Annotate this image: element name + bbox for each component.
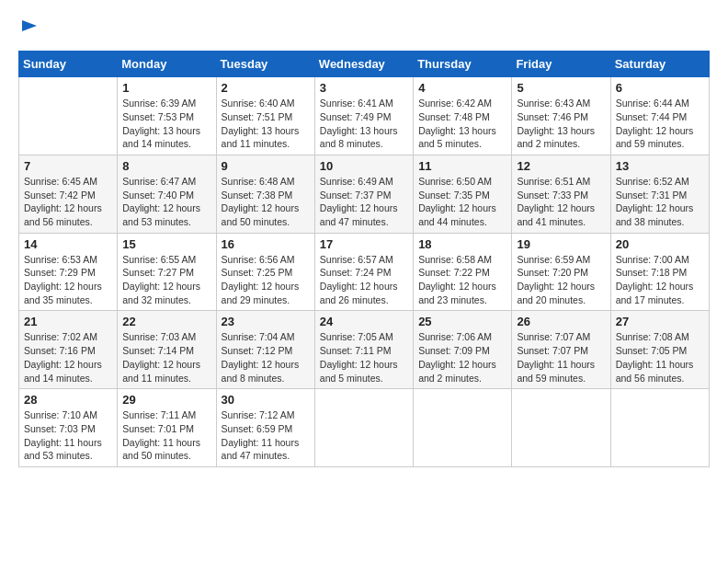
- day-number: 26: [517, 315, 605, 328]
- sunset-text: Sunset: 7:12 PM: [222, 345, 293, 356]
- day-number: 22: [122, 315, 210, 328]
- day-number: 17: [320, 237, 408, 251]
- day-number: 30: [222, 393, 310, 407]
- sunset-text: Sunset: 6:59 PM: [222, 423, 293, 434]
- calendar-cell: 13 Sunrise: 6:52 AM Sunset: 7:31 PM Dayl…: [610, 155, 709, 233]
- sunset-text: Sunset: 7:38 PM: [222, 190, 293, 201]
- calendar-cell: 21 Sunrise: 7:02 AM Sunset: 7:16 PM Dayl…: [19, 311, 118, 389]
- sunrise-text: Sunrise: 6:58 AM: [418, 254, 492, 265]
- day-info: Sunrise: 6:59 AM Sunset: 7:20 PM Dayligh…: [517, 253, 605, 307]
- day-info: Sunrise: 7:04 AM Sunset: 7:12 PM Dayligh…: [222, 330, 310, 385]
- day-number: 9: [222, 159, 310, 173]
- daylight-text: Daylight: 12 hours and 11 minutes.: [122, 359, 200, 384]
- sunset-text: Sunset: 7:25 PM: [222, 267, 293, 278]
- sunset-text: Sunset: 7:51 PM: [222, 111, 293, 122]
- day-number: 13: [616, 159, 704, 173]
- day-info: Sunrise: 6:44 AM Sunset: 7:44 PM Dayligh…: [616, 97, 704, 151]
- day-info: Sunrise: 6:56 AM Sunset: 7:25 PM Dayligh…: [222, 253, 310, 307]
- sunset-text: Sunset: 7:29 PM: [24, 267, 96, 278]
- daylight-text: Daylight: 12 hours and 50 minutes.: [222, 202, 300, 227]
- day-info: Sunrise: 6:43 AM Sunset: 7:46 PM Dayligh…: [517, 97, 605, 151]
- sunrise-text: Sunrise: 6:57 AM: [320, 254, 393, 265]
- sunrise-text: Sunrise: 7:00 AM: [616, 254, 689, 265]
- sunset-text: Sunset: 7:09 PM: [418, 345, 490, 356]
- sunrise-text: Sunrise: 6:41 AM: [320, 98, 393, 109]
- sunset-text: Sunset: 7:35 PM: [418, 190, 490, 201]
- day-info: Sunrise: 6:45 AM Sunset: 7:42 PM Dayligh…: [24, 175, 112, 229]
- page-header: [18, 18, 710, 41]
- weekday-header-friday: Friday: [512, 52, 610, 77]
- day-number: 12: [517, 159, 605, 173]
- calendar-cell: 17 Sunrise: 6:57 AM Sunset: 7:24 PM Dayl…: [314, 233, 413, 311]
- logo-flag-icon: [20, 18, 39, 37]
- daylight-text: Daylight: 12 hours and 5 minutes.: [320, 359, 398, 384]
- daylight-text: Daylight: 11 hours and 56 minutes.: [616, 359, 694, 384]
- calendar-cell: 3 Sunrise: 6:41 AM Sunset: 7:49 PM Dayli…: [314, 77, 413, 155]
- weekday-header-tuesday: Tuesday: [216, 52, 314, 77]
- sunrise-text: Sunrise: 7:11 AM: [122, 409, 196, 420]
- daylight-text: Daylight: 12 hours and 2 minutes.: [418, 359, 496, 384]
- calendar-cell: 23 Sunrise: 7:04 AM Sunset: 7:12 PM Dayl…: [216, 311, 314, 389]
- sunset-text: Sunset: 7:20 PM: [517, 267, 588, 278]
- day-number: 1: [122, 81, 210, 95]
- day-info: Sunrise: 7:02 AM Sunset: 7:16 PM Dayligh…: [24, 330, 112, 385]
- daylight-text: Daylight: 11 hours and 47 minutes.: [222, 437, 300, 462]
- calendar-week-2: 7 Sunrise: 6:45 AM Sunset: 7:42 PM Dayli…: [19, 155, 710, 233]
- sunrise-text: Sunrise: 6:50 AM: [418, 176, 492, 187]
- daylight-text: Daylight: 12 hours and 35 minutes.: [24, 281, 102, 305]
- sunset-text: Sunset: 7:49 PM: [320, 111, 392, 122]
- day-info: Sunrise: 6:42 AM Sunset: 7:48 PM Dayligh…: [418, 97, 506, 151]
- calendar-cell: 16 Sunrise: 6:56 AM Sunset: 7:25 PM Dayl…: [216, 233, 314, 311]
- day-number: 20: [616, 237, 704, 251]
- day-info: Sunrise: 7:08 AM Sunset: 7:05 PM Dayligh…: [616, 330, 704, 385]
- day-number: 2: [222, 81, 310, 95]
- sunset-text: Sunset: 7:46 PM: [517, 111, 588, 122]
- daylight-text: Daylight: 12 hours and 17 minutes.: [616, 281, 694, 305]
- sunrise-text: Sunrise: 6:52 AM: [616, 176, 689, 187]
- sunset-text: Sunset: 7:33 PM: [517, 190, 588, 201]
- daylight-text: Daylight: 13 hours and 11 minutes.: [222, 125, 300, 150]
- weekday-header-monday: Monday: [118, 52, 216, 77]
- day-info: Sunrise: 6:57 AM Sunset: 7:24 PM Dayligh…: [320, 253, 408, 307]
- sunset-text: Sunset: 7:24 PM: [320, 267, 392, 278]
- sunrise-text: Sunrise: 6:48 AM: [222, 176, 295, 187]
- daylight-text: Daylight: 12 hours and 44 minutes.: [418, 202, 496, 227]
- day-info: Sunrise: 6:50 AM Sunset: 7:35 PM Dayligh…: [418, 175, 506, 229]
- sunrise-text: Sunrise: 6:40 AM: [222, 98, 295, 109]
- calendar-cell: 5 Sunrise: 6:43 AM Sunset: 7:46 PM Dayli…: [512, 77, 610, 155]
- sunset-text: Sunset: 7:37 PM: [320, 190, 392, 201]
- daylight-text: Daylight: 12 hours and 38 minutes.: [616, 202, 694, 227]
- calendar-cell: 27 Sunrise: 7:08 AM Sunset: 7:05 PM Dayl…: [610, 311, 709, 389]
- day-info: Sunrise: 7:10 AM Sunset: 7:03 PM Dayligh…: [24, 408, 112, 463]
- calendar-week-1: 1 Sunrise: 6:39 AM Sunset: 7:53 PM Dayli…: [19, 77, 710, 155]
- day-number: 24: [320, 315, 408, 328]
- day-number: 27: [616, 315, 704, 328]
- day-info: Sunrise: 6:47 AM Sunset: 7:40 PM Dayligh…: [122, 175, 210, 229]
- day-number: 19: [517, 237, 605, 251]
- day-info: Sunrise: 6:58 AM Sunset: 7:22 PM Dayligh…: [418, 253, 506, 307]
- daylight-text: Daylight: 12 hours and 41 minutes.: [517, 202, 595, 227]
- day-number: 15: [122, 237, 210, 251]
- calendar-cell: 30 Sunrise: 7:12 AM Sunset: 6:59 PM Dayl…: [216, 389, 314, 467]
- day-number: 16: [222, 237, 310, 251]
- calendar-cell: 12 Sunrise: 6:51 AM Sunset: 7:33 PM Dayl…: [512, 155, 610, 233]
- day-number: 5: [517, 81, 605, 95]
- calendar-cell: 28 Sunrise: 7:10 AM Sunset: 7:03 PM Dayl…: [19, 389, 118, 467]
- daylight-text: Daylight: 12 hours and 8 minutes.: [222, 359, 300, 384]
- daylight-text: Daylight: 12 hours and 26 minutes.: [320, 281, 398, 305]
- sunrise-text: Sunrise: 6:43 AM: [517, 98, 590, 109]
- calendar-cell: [414, 389, 512, 467]
- sunset-text: Sunset: 7:44 PM: [616, 111, 688, 122]
- calendar-cell: 29 Sunrise: 7:11 AM Sunset: 7:01 PM Dayl…: [118, 389, 216, 467]
- weekday-header-saturday: Saturday: [610, 52, 709, 77]
- calendar-cell: 18 Sunrise: 6:58 AM Sunset: 7:22 PM Dayl…: [414, 233, 512, 311]
- calendar-cell: 2 Sunrise: 6:40 AM Sunset: 7:51 PM Dayli…: [216, 77, 314, 155]
- daylight-text: Daylight: 12 hours and 32 minutes.: [122, 281, 200, 305]
- sunrise-text: Sunrise: 7:06 AM: [418, 331, 492, 342]
- day-info: Sunrise: 7:07 AM Sunset: 7:07 PM Dayligh…: [517, 330, 605, 385]
- calendar-cell: 1 Sunrise: 6:39 AM Sunset: 7:53 PM Dayli…: [118, 77, 216, 155]
- daylight-text: Daylight: 12 hours and 23 minutes.: [418, 281, 496, 305]
- calendar-cell: 6 Sunrise: 6:44 AM Sunset: 7:44 PM Dayli…: [610, 77, 709, 155]
- calendar-cell: 26 Sunrise: 7:07 AM Sunset: 7:07 PM Dayl…: [512, 311, 610, 389]
- day-info: Sunrise: 6:48 AM Sunset: 7:38 PM Dayligh…: [222, 175, 310, 229]
